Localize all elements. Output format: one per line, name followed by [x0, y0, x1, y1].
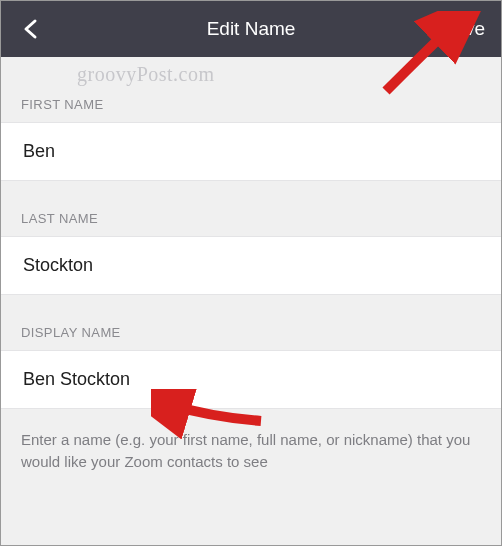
save-button[interactable]: Save	[442, 18, 485, 40]
header-bar: Edit Name Save	[1, 1, 501, 57]
display-name-row[interactable]	[1, 350, 501, 409]
last-name-input[interactable]	[23, 255, 479, 276]
chevron-left-icon	[22, 18, 40, 40]
display-name-input[interactable]	[23, 369, 479, 390]
help-text: Enter a name (e.g. your first name, full…	[1, 409, 501, 473]
display-name-label: DISPLAY NAME	[1, 295, 501, 350]
last-name-label: LAST NAME	[1, 181, 501, 236]
last-name-row[interactable]	[1, 236, 501, 295]
page-title: Edit Name	[207, 18, 296, 40]
first-name-label: FIRST NAME	[1, 57, 501, 122]
first-name-row[interactable]	[1, 122, 501, 181]
first-name-input[interactable]	[23, 141, 479, 162]
back-button[interactable]	[17, 15, 45, 43]
